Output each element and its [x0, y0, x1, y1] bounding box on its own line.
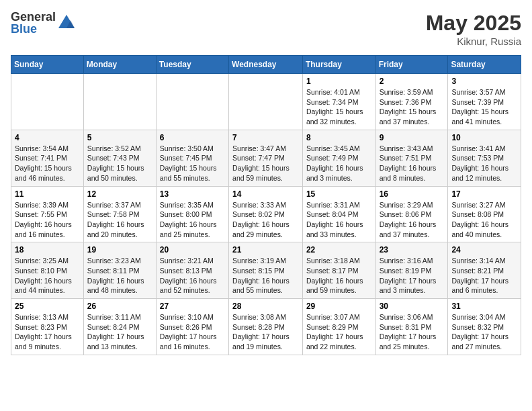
day-info: Sunrise: 3:14 AMSunset: 8:21 PMDaylight:… — [451, 256, 517, 295]
day-info: Sunrise: 3:31 AMSunset: 8:04 PMDaylight:… — [306, 200, 372, 240]
calendar-cell: 13Sunrise: 3:35 AMSunset: 8:00 PMDayligh… — [156, 186, 228, 242]
calendar-cell: 8Sunrise: 3:45 AMSunset: 7:49 PMDaylight… — [302, 130, 375, 186]
month-year: May 2025 — [426, 11, 521, 36]
logo-icon — [57, 13, 76, 32]
week-row-3: 11Sunrise: 3:39 AMSunset: 7:55 PMDayligh… — [11, 186, 521, 242]
calendar-cell: 15Sunrise: 3:31 AMSunset: 8:04 PMDayligh… — [302, 186, 375, 242]
day-number: 26 — [87, 302, 152, 311]
day-number: 2 — [380, 77, 445, 86]
calendar-cell: 14Sunrise: 3:33 AMSunset: 8:02 PMDayligh… — [229, 186, 303, 242]
logo-general-text: General — [11, 11, 56, 23]
day-info: Sunrise: 3:54 AMSunset: 7:41 PMDaylight:… — [15, 144, 80, 183]
day-number: 29 — [306, 302, 372, 311]
calendar-cell: 5Sunrise: 3:52 AMSunset: 7:43 PMDaylight… — [83, 130, 156, 186]
calendar-cell: 20Sunrise: 3:21 AMSunset: 8:13 PMDayligh… — [156, 242, 228, 299]
day-info: Sunrise: 3:16 AMSunset: 8:19 PMDaylight:… — [380, 256, 445, 295]
day-number: 1 — [306, 77, 372, 86]
calendar-cell: 7Sunrise: 3:47 AMSunset: 7:47 PMDaylight… — [229, 130, 303, 186]
day-info: Sunrise: 3:07 AMSunset: 8:29 PMDaylight:… — [306, 312, 372, 352]
calendar-table: SundayMondayTuesdayWednesdayThursdayFrid… — [11, 55, 521, 355]
day-number: 16 — [380, 189, 445, 199]
calendar-cell: 30Sunrise: 3:06 AMSunset: 8:31 PMDayligh… — [375, 299, 448, 355]
day-number: 24 — [451, 245, 517, 255]
calendar-cell: 21Sunrise: 3:19 AMSunset: 8:15 PMDayligh… — [229, 242, 303, 299]
day-number: 18 — [15, 245, 80, 255]
calendar-cell: 9Sunrise: 3:43 AMSunset: 7:51 PMDaylight… — [375, 130, 448, 186]
days-header-row: SundayMondayTuesdayWednesdayThursdayFrid… — [11, 56, 521, 74]
day-info: Sunrise: 3:19 AMSunset: 8:15 PMDaylight:… — [232, 256, 299, 295]
calendar-cell: 10Sunrise: 3:41 AMSunset: 7:53 PMDayligh… — [448, 130, 521, 186]
day-info: Sunrise: 3:25 AMSunset: 8:10 PMDaylight:… — [15, 256, 80, 295]
day-number: 6 — [160, 133, 225, 142]
day-info: Sunrise: 3:37 AMSunset: 7:58 PMDaylight:… — [87, 200, 152, 240]
calendar-cell: 19Sunrise: 3:23 AMSunset: 8:11 PMDayligh… — [83, 242, 156, 299]
day-number: 5 — [87, 133, 152, 142]
page-header: General Blue May 2025 Kiknur, Russia — [11, 11, 521, 47]
day-number: 13 — [160, 189, 225, 199]
day-number: 17 — [451, 189, 517, 199]
day-number: 23 — [380, 245, 445, 255]
day-number: 28 — [232, 302, 299, 311]
day-info: Sunrise: 3:50 AMSunset: 7:45 PMDaylight:… — [160, 144, 225, 183]
day-number: 31 — [451, 302, 517, 311]
calendar-cell: 22Sunrise: 3:18 AMSunset: 8:17 PMDayligh… — [302, 242, 375, 299]
week-row-2: 4Sunrise: 3:54 AMSunset: 7:41 PMDaylight… — [11, 130, 521, 186]
day-info: Sunrise: 3:59 AMSunset: 7:36 PMDaylight:… — [380, 87, 445, 127]
calendar-cell: 28Sunrise: 3:08 AMSunset: 8:28 PMDayligh… — [229, 299, 303, 355]
calendar-cell: 17Sunrise: 3:27 AMSunset: 8:08 PMDayligh… — [448, 186, 521, 242]
day-info: Sunrise: 3:18 AMSunset: 8:17 PMDaylight:… — [306, 256, 372, 295]
day-info: Sunrise: 3:27 AMSunset: 8:08 PMDaylight:… — [451, 200, 517, 240]
calendar-cell — [11, 74, 84, 130]
day-header-thursday: Thursday — [302, 56, 375, 74]
calendar-cell: 26Sunrise: 3:11 AMSunset: 8:24 PMDayligh… — [83, 299, 156, 355]
day-info: Sunrise: 3:08 AMSunset: 8:28 PMDaylight:… — [232, 312, 299, 352]
calendar-cell: 27Sunrise: 3:10 AMSunset: 8:26 PMDayligh… — [156, 299, 228, 355]
day-info: Sunrise: 3:13 AMSunset: 8:23 PMDaylight:… — [15, 312, 80, 352]
day-info: Sunrise: 3:45 AMSunset: 7:49 PMDaylight:… — [306, 144, 372, 183]
day-info: Sunrise: 3:29 AMSunset: 8:06 PMDaylight:… — [380, 200, 445, 240]
day-header-friday: Friday — [375, 56, 448, 74]
day-info: Sunrise: 3:04 AMSunset: 8:32 PMDaylight:… — [451, 312, 517, 352]
day-info: Sunrise: 3:11 AMSunset: 8:24 PMDaylight:… — [87, 312, 152, 352]
logo: General Blue — [11, 11, 76, 35]
day-info: Sunrise: 3:43 AMSunset: 7:51 PMDaylight:… — [380, 144, 445, 183]
day-info: Sunrise: 3:57 AMSunset: 7:39 PMDaylight:… — [451, 87, 517, 127]
day-number: 11 — [15, 189, 80, 199]
calendar-cell: 16Sunrise: 3:29 AMSunset: 8:06 PMDayligh… — [375, 186, 448, 242]
day-number: 3 — [451, 77, 517, 86]
day-number: 4 — [15, 133, 80, 142]
calendar-cell: 4Sunrise: 3:54 AMSunset: 7:41 PMDaylight… — [11, 130, 84, 186]
day-info: Sunrise: 3:39 AMSunset: 7:55 PMDaylight:… — [15, 200, 80, 240]
calendar-cell — [229, 74, 303, 130]
calendar-cell: 18Sunrise: 3:25 AMSunset: 8:10 PMDayligh… — [11, 242, 84, 299]
day-number: 20 — [160, 245, 225, 255]
day-number: 21 — [232, 245, 299, 255]
day-info: Sunrise: 3:06 AMSunset: 8:31 PMDaylight:… — [380, 312, 445, 352]
calendar-cell: 31Sunrise: 3:04 AMSunset: 8:32 PMDayligh… — [448, 299, 521, 355]
week-row-4: 18Sunrise: 3:25 AMSunset: 8:10 PMDayligh… — [11, 242, 521, 299]
day-number: 9 — [380, 133, 445, 142]
day-number: 10 — [451, 133, 517, 142]
day-number: 25 — [15, 302, 80, 311]
day-info: Sunrise: 3:52 AMSunset: 7:43 PMDaylight:… — [87, 144, 152, 183]
day-number: 7 — [232, 133, 299, 142]
calendar-cell: 6Sunrise: 3:50 AMSunset: 7:45 PMDaylight… — [156, 130, 228, 186]
calendar-cell: 2Sunrise: 3:59 AMSunset: 7:36 PMDaylight… — [375, 74, 448, 130]
calendar-cell — [156, 74, 228, 130]
calendar-cell: 29Sunrise: 3:07 AMSunset: 8:29 PMDayligh… — [302, 299, 375, 355]
calendar-cell: 24Sunrise: 3:14 AMSunset: 8:21 PMDayligh… — [448, 242, 521, 299]
calendar-cell: 1Sunrise: 4:01 AMSunset: 7:34 PMDaylight… — [302, 74, 375, 130]
calendar-cell: 23Sunrise: 3:16 AMSunset: 8:19 PMDayligh… — [375, 242, 448, 299]
day-info: Sunrise: 3:33 AMSunset: 8:02 PMDaylight:… — [232, 200, 299, 240]
calendar-cell: 12Sunrise: 3:37 AMSunset: 7:58 PMDayligh… — [83, 186, 156, 242]
day-number: 27 — [160, 302, 225, 311]
day-info: Sunrise: 3:23 AMSunset: 8:11 PMDaylight:… — [87, 256, 152, 295]
day-number: 8 — [306, 133, 372, 142]
day-number: 12 — [87, 189, 152, 199]
location: Kiknur, Russia — [426, 36, 521, 47]
day-number: 22 — [306, 245, 372, 255]
week-row-5: 25Sunrise: 3:13 AMSunset: 8:23 PMDayligh… — [11, 299, 521, 355]
day-info: Sunrise: 3:41 AMSunset: 7:53 PMDaylight:… — [451, 144, 517, 183]
day-header-tuesday: Tuesday — [156, 56, 228, 74]
day-header-wednesday: Wednesday — [229, 56, 303, 74]
